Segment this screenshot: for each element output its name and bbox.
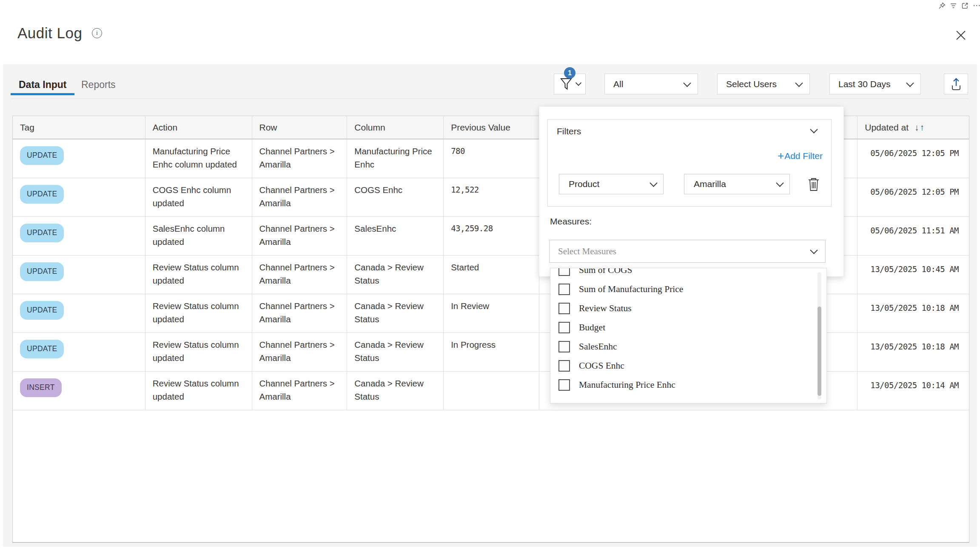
filter-count-badge: 1: [564, 67, 575, 79]
window-actions: ⋯: [938, 1, 979, 10]
status-badge: UPDATE: [20, 262, 64, 281]
pin-icon[interactable]: [938, 2, 946, 9]
action-cell: Review Status column updated: [145, 333, 252, 371]
chevron-down-icon[interactable]: [810, 125, 818, 133]
measures-select[interactable]: Select Measures: [549, 240, 826, 263]
header-action[interactable]: Action: [145, 116, 252, 139]
tag-cell: UPDATE: [13, 139, 145, 178]
measure-option[interactable]: Sum of Manufacturing Price: [550, 280, 826, 299]
updated-at-cell: 13/05/2025 10:18 AM: [858, 294, 969, 332]
previous-value-cell: In Review: [444, 294, 539, 332]
updated-at-cell: 13/05/2025 10:18 AM: [858, 333, 969, 371]
chevron-down-icon: [575, 80, 581, 86]
trash-icon: [808, 177, 820, 192]
users-select-value: Select Users: [726, 79, 777, 89]
checkbox[interactable]: [558, 303, 570, 314]
header-previous-value[interactable]: Previous Value: [444, 116, 539, 139]
funnel-icon: [559, 77, 573, 91]
checkbox[interactable]: [558, 360, 570, 372]
filter-value-value: Amarilla: [694, 179, 726, 189]
chevron-down-icon: [810, 246, 818, 254]
previous-value-cell: 780: [444, 139, 539, 178]
tab-reports[interactable]: Reports: [81, 79, 116, 91]
users-select[interactable]: Select Users: [717, 74, 810, 94]
close-button[interactable]: [954, 28, 968, 43]
action-cell: Review Status column updated: [145, 372, 252, 410]
date-range-value: Last 30 Days: [838, 79, 891, 89]
plus-icon: +: [778, 149, 784, 162]
row-cell: Channel Partners > Amarilla: [252, 178, 348, 216]
sort-icons[interactable]: ↓↑: [914, 122, 925, 133]
chevron-down-icon: [683, 79, 691, 87]
checkbox[interactable]: [558, 341, 570, 352]
filter-field-select[interactable]: Product: [559, 174, 664, 194]
measure-option[interactable]: SalesEnhc: [550, 337, 826, 356]
tab-data-input[interactable]: Data Input: [19, 79, 66, 91]
tag-cell: UPDATE: [13, 256, 145, 294]
open-in-new-icon[interactable]: [961, 2, 969, 9]
previous-value-cell: 12,522: [444, 178, 539, 216]
row-cell: Channel Partners > Amarilla: [252, 217, 348, 255]
column-cell: COGS Enhc: [347, 178, 444, 216]
action-cell: Review Status column updated: [145, 294, 252, 332]
close-icon: [955, 29, 967, 41]
add-filter-button[interactable]: + Add Filter: [778, 149, 823, 162]
dataset-select-value: All: [613, 79, 623, 89]
scrollbar-thumb[interactable]: [818, 307, 821, 396]
measure-label: Sum of Manufacturing Price: [579, 284, 683, 295]
sort-descending-icon[interactable]: ↓: [914, 122, 920, 132]
measure-option[interactable]: Review Status: [550, 299, 826, 318]
measure-option[interactable]: Manufacturing Price Enhc: [550, 375, 826, 395]
tag-cell: UPDATE: [13, 217, 145, 255]
date-range-select[interactable]: Last 30 Days: [829, 74, 921, 94]
updated-at-cell: 05/06/2025 12:05 PM: [858, 139, 969, 178]
status-badge: UPDATE: [20, 224, 64, 242]
action-cell: COGS Enhc column updated: [145, 178, 252, 216]
tabs-divider: [11, 99, 969, 99]
measure-label: SalesEnhc: [579, 341, 617, 352]
updated-at-cell: 13/05/2025 10:14 AM: [858, 372, 969, 410]
measures-dropdown: Sum of COGS Sum of Manufacturing Price R…: [550, 268, 827, 403]
measure-label: Budget: [579, 322, 605, 333]
updated-at-cell: 13/05/2025 10:45 AM: [858, 256, 969, 294]
checkbox[interactable]: [558, 322, 570, 333]
filters-title: Filters: [557, 126, 581, 136]
action-cell: Review Status column updated: [145, 256, 252, 294]
header-updated-at[interactable]: Updated at ↓↑: [858, 116, 969, 139]
tag-cell: UPDATE: [13, 333, 145, 371]
status-badge: UPDATE: [20, 340, 64, 358]
chevron-down-icon: [795, 79, 803, 87]
filter-field-value: Product: [569, 179, 599, 189]
tag-cell: UPDATE: [13, 178, 145, 216]
status-badge: INSERT: [20, 378, 62, 397]
previous-value-cell: 43,259.28: [444, 217, 539, 255]
delete-filter-button[interactable]: [806, 176, 821, 193]
filter-lines-icon[interactable]: [950, 3, 957, 9]
header-tag[interactable]: Tag: [13, 116, 145, 139]
measure-option[interactable]: COGS Enhc: [550, 356, 826, 375]
filter-value-select[interactable]: Amarilla: [684, 174, 790, 194]
more-options-icon[interactable]: ⋯: [973, 3, 980, 9]
checkbox[interactable]: [558, 379, 570, 391]
row-cell: Channel Partners > Amarilla: [252, 256, 348, 294]
add-filter-label: Add Filter: [784, 151, 823, 161]
header-column[interactable]: Column: [347, 116, 444, 139]
checkbox[interactable]: [558, 268, 570, 276]
previous-value-cell: [444, 372, 539, 410]
column-cell: Canada > Review Status: [347, 372, 444, 410]
column-cell: Canada > Review Status: [347, 333, 444, 371]
header-row[interactable]: Row: [252, 116, 348, 139]
export-button[interactable]: [944, 74, 968, 94]
filters-panel: Filters + Add Filter Product Amarilla Me…: [539, 106, 844, 277]
updated-at-cell: 05/06/2025 11:51 AM: [858, 217, 969, 255]
sort-ascending-icon[interactable]: ↑: [920, 122, 925, 132]
info-icon[interactable]: i: [92, 28, 102, 38]
column-cell: SalesEnhc: [347, 217, 444, 255]
measure-option[interactable]: Sum of COGS: [550, 268, 826, 280]
export-icon: [950, 77, 963, 91]
previous-value-cell: Started: [444, 256, 539, 294]
chevron-down-icon: [650, 179, 657, 187]
checkbox[interactable]: [558, 284, 570, 295]
measure-option[interactable]: Budget: [550, 318, 826, 337]
dataset-select[interactable]: All: [604, 74, 698, 94]
